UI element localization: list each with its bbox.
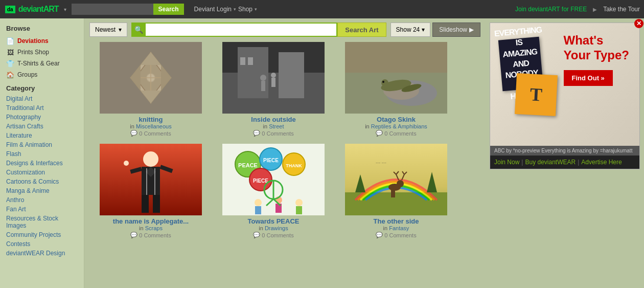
sort-dropdown[interactable]: Newest ▾ — [89, 23, 127, 37]
deviation-thumb-4[interactable]: PEACE PIECE THANK PIECE — [222, 144, 325, 215]
svg-text:PEACE: PEACE — [238, 162, 258, 168]
svg-rect-14 — [240, 57, 245, 65]
ad-join-link[interactable]: Join Now — [494, 159, 519, 166]
deviation-item: PEACE PIECE THANK PIECE — [217, 144, 330, 238]
deviation-item: the name is Applegate... in Scraps 💬 0 C… — [95, 144, 207, 238]
search-art-button[interactable]: Search Art — [337, 23, 386, 37]
cat-film-animation[interactable]: Film & Animation — [0, 140, 84, 149]
ad-close-button[interactable]: ✕ — [634, 19, 643, 28]
nav-right: Join deviantART for FREE ▶ Take the Tour — [515, 6, 640, 13]
deviation-comments-5: 💬 0 Comments — [376, 232, 416, 238]
thumb-image-3 — [100, 144, 202, 215]
svg-point-52 — [295, 199, 303, 206]
show-count-dropdown[interactable]: Show 24 ▾ — [390, 23, 431, 37]
content-toolbar: Newest ▾ 🔍 Search Art Show 24 ▾ Slidesho… — [89, 23, 480, 37]
global-search-input[interactable] — [72, 4, 153, 15]
svg-rect-37 — [142, 195, 149, 213]
deviation-title-1[interactable]: Inside outside — [251, 116, 295, 123]
deviation-item: ~~ ~~ The other side in Fantasy 💬 0 Comm… — [340, 144, 452, 238]
ad-advertise-link[interactable]: Advertise Here — [581, 159, 622, 166]
deviation-title-0[interactable]: knitting — [139, 116, 163, 123]
gallery: knitting in Miscellaneous 💬 0 Comments — [89, 42, 480, 246]
category-title: Category — [0, 80, 84, 94]
deviation-title-2[interactable]: Otago Skink — [377, 116, 416, 123]
deviation-comments-4: 💬 0 Comments — [253, 232, 293, 238]
deviation-title-4[interactable]: Towards PEACE — [248, 217, 300, 225]
svg-point-36 — [124, 161, 129, 166]
comment-icon-3: 💬 — [130, 232, 137, 238]
deviation-title-5[interactable]: The other side — [374, 217, 419, 225]
cat-anthro[interactable]: Anthro — [0, 195, 84, 205]
deviation-thumb-0[interactable] — [100, 42, 202, 114]
deviation-cat-link-1[interactable]: Street — [269, 123, 284, 129]
deviation-cat-link-2[interactable]: Reptiles & Amphibians — [371, 123, 427, 129]
deviation-category-3: in Scraps — [139, 225, 163, 231]
deviation-thumb-1[interactable] — [222, 42, 325, 114]
cat-fan-art[interactable]: Fan Art — [0, 205, 84, 214]
deviation-cat-link-3[interactable]: Scraps — [145, 225, 163, 231]
svg-rect-15 — [248, 57, 253, 65]
sidebar-item-tshirts[interactable]: 👕 T-Shirts & Gear — [0, 58, 84, 69]
deviation-category-2: in Reptiles & Amphibians — [365, 123, 427, 129]
deviation-comments-1: 💬 0 Comments — [253, 130, 293, 137]
sidebar-item-deviations[interactable]: 📄 Deviations — [0, 35, 84, 47]
svg-text:~~ ~~: ~~ ~~ — [376, 161, 386, 165]
show-arrow-icon: ▾ — [422, 26, 425, 33]
tshirts-icon: 👕 — [6, 59, 14, 68]
cat-literature[interactable]: Literature — [0, 131, 84, 140]
cat-resources-stock[interactable]: Resources & Stock Images — [0, 214, 84, 230]
svg-rect-17 — [261, 81, 265, 91]
nav-deviant-login[interactable]: Deviant Login — [194, 6, 232, 13]
ad-caption: ABC by *no-preview Everything is Amazing… — [490, 146, 639, 156]
sidebar-item-prints-shop[interactable]: 🖼 Prints Shop — [0, 47, 84, 58]
join-arrow-icon: ▶ — [593, 7, 597, 12]
search-art-input[interactable] — [146, 23, 337, 37]
cat-contests[interactable]: Contests — [0, 239, 84, 249]
deviation-category-4: in Drawings — [259, 225, 288, 231]
deviation-cat-link-4[interactable]: Drawings — [265, 225, 288, 231]
svg-text:THANK: THANK — [286, 163, 302, 168]
comment-icon-4: 💬 — [253, 232, 260, 238]
join-link[interactable]: Join deviantART for FREE — [515, 6, 587, 13]
cat-customization[interactable]: Customization — [0, 168, 84, 177]
logo-dropdown-icon[interactable]: ▾ — [64, 7, 66, 12]
cat-designs-interfaces[interactable]: Designs & Interfaces — [0, 159, 84, 168]
cat-artisan-crafts[interactable]: Artisan Crafts — [0, 122, 84, 131]
deviations-icon: 📄 — [6, 37, 14, 45]
svg-point-16 — [260, 75, 266, 81]
svg-point-62 — [397, 180, 404, 187]
deviation-title-3[interactable]: the name is Applegate... — [113, 217, 189, 225]
deviation-category-5: in Fantasy — [383, 225, 409, 231]
cat-community-projects[interactable]: Community Projects — [0, 230, 84, 239]
take-tour-link[interactable]: Take the Tour — [603, 6, 640, 13]
sidebar-label-groups: Groups — [17, 71, 37, 78]
browse-title: Browse — [0, 23, 84, 35]
deviation-thumb-3[interactable] — [100, 144, 202, 215]
deviation-thumb-2[interactable] — [345, 42, 447, 114]
global-search: Search — [72, 4, 184, 15]
sidebar-item-groups[interactable]: 🏠 Groups — [0, 69, 84, 80]
ad-findout-button[interactable]: Find Out » — [564, 70, 613, 86]
cat-traditional-art[interactable]: Traditional Art — [0, 103, 84, 113]
ad-wear-link[interactable]: Buy deviantWEAR — [525, 159, 576, 166]
svg-rect-53 — [296, 206, 302, 214]
show-control: Show 24 ▾ Slideshow ▶ — [390, 23, 480, 37]
cat-manga-anime[interactable]: Manga & Anime — [0, 186, 84, 195]
thumb-image-0 — [100, 42, 202, 114]
deviation-cat-link-0[interactable]: Miscellaneous — [136, 123, 172, 129]
content-area: Newest ▾ 🔍 Search Art Show 24 ▾ Slidesho… — [84, 18, 486, 288]
slideshow-button[interactable]: Slideshow ▶ — [432, 23, 480, 37]
cat-cartoons-comics[interactable]: Cartoons & Comics — [0, 177, 84, 186]
site-logo[interactable]: da deviantART — [4, 5, 59, 14]
cat-deviantwear[interactable]: deviantWEAR Design — [0, 249, 84, 258]
svg-rect-19 — [271, 78, 275, 87]
deviation-thumb-5[interactable]: ~~ ~~ — [345, 144, 447, 215]
nav-shop[interactable]: Shop — [238, 6, 252, 13]
deviation-category-1: in Street — [263, 123, 284, 129]
cat-photography[interactable]: Photography — [0, 113, 84, 122]
logo-icon: da — [4, 5, 16, 14]
cat-digital-art[interactable]: Digital Art — [0, 94, 84, 103]
global-search-button[interactable]: Search — [153, 4, 184, 15]
cat-flash[interactable]: Flash — [0, 149, 84, 159]
deviation-cat-link-5[interactable]: Fantasy — [389, 225, 409, 231]
